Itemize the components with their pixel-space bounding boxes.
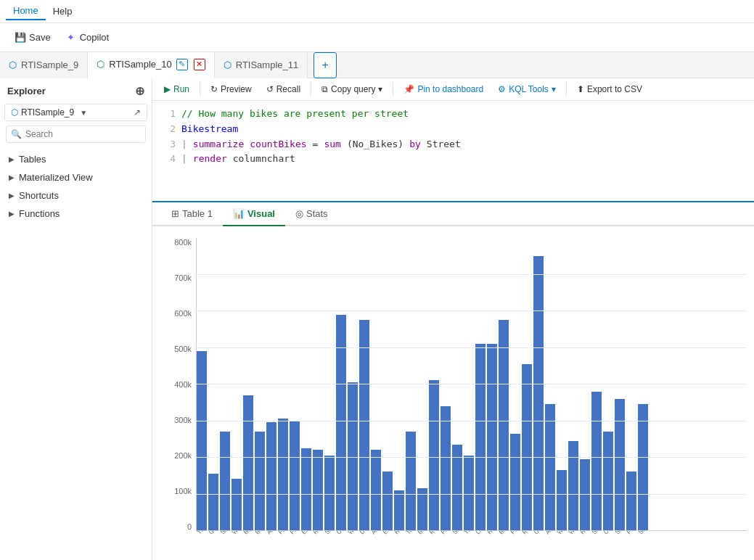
result-tab-visual[interactable]: 📊 Visual bbox=[223, 202, 285, 226]
bar[interactable] bbox=[278, 419, 288, 530]
sidebar-item-functions[interactable]: ▶ Functions bbox=[0, 205, 152, 223]
table-icon: ⊞ bbox=[171, 208, 179, 219]
x-axis-label: Grosvenor Crescent bbox=[208, 531, 219, 535]
x-axis-label: Peterborough Road bbox=[626, 531, 637, 535]
tab-rtisample10[interactable]: ⬡ RTISample_10 ✎ ✕ bbox=[88, 52, 214, 78]
bar[interactable] bbox=[487, 344, 497, 530]
bar[interactable] bbox=[545, 404, 555, 530]
bar[interactable] bbox=[475, 344, 485, 530]
bar[interactable] bbox=[417, 488, 427, 530]
run-button[interactable]: ▶ Run bbox=[158, 81, 195, 97]
bar[interactable] bbox=[208, 474, 218, 530]
bar[interactable] bbox=[638, 404, 648, 530]
bar[interactable] bbox=[324, 456, 335, 530]
kql-tools-button[interactable]: ⚙ KQL Tools ▾ bbox=[492, 81, 562, 97]
bar[interactable] bbox=[626, 472, 636, 530]
pin-dashboard-button[interactable]: 📌 Pin to dashboard bbox=[398, 81, 489, 97]
code-editor[interactable]: 1 // How many bikes are present per stre… bbox=[152, 101, 754, 202]
x-axis-label: Thorndike C... bbox=[196, 531, 208, 535]
save-icon: 💾 bbox=[15, 32, 26, 44]
bar[interactable] bbox=[382, 472, 393, 530]
search-icon: 🔍 bbox=[11, 129, 22, 139]
bar[interactable] bbox=[591, 392, 602, 530]
sidebar: Explorer ⊕ ⬡ RTISample_9 ▼ ↗ 🔍 ▶ Tables … bbox=[0, 78, 152, 560]
bar[interactable] bbox=[290, 421, 300, 530]
code-line-1: 1 // How many bikes are present per stre… bbox=[161, 107, 745, 122]
result-tab-table[interactable]: ⊞ Table 1 bbox=[161, 202, 223, 226]
bar[interactable] bbox=[499, 320, 509, 530]
tab-db-icon: ⬡ bbox=[9, 59, 17, 70]
bar[interactable] bbox=[313, 450, 323, 530]
bar[interactable] bbox=[243, 395, 253, 530]
expand-icon3: ▶ bbox=[9, 192, 15, 199]
bar[interactable] bbox=[220, 432, 230, 530]
sidebar-header: Explorer ⊕ bbox=[0, 78, 152, 104]
bar[interactable] bbox=[429, 380, 439, 530]
bar[interactable] bbox=[615, 399, 625, 530]
bar[interactable] bbox=[522, 364, 532, 530]
bar[interactable] bbox=[348, 382, 358, 530]
bar[interactable] bbox=[464, 456, 474, 530]
bar[interactable] bbox=[533, 256, 544, 530]
bar[interactable] bbox=[255, 432, 265, 530]
recall-button[interactable]: ↺ Recall bbox=[261, 81, 306, 97]
sidebar-item-materialized-view[interactable]: ▶ Materialized View bbox=[0, 168, 152, 186]
x-axis-label: Danvers Street bbox=[358, 531, 370, 535]
external-link-icon[interactable]: ↗ bbox=[134, 107, 141, 118]
bar[interactable] bbox=[568, 441, 578, 530]
bar[interactable] bbox=[557, 470, 567, 530]
bar[interactable] bbox=[301, 448, 311, 530]
grid-line bbox=[196, 274, 747, 275]
bar[interactable] bbox=[440, 406, 451, 530]
search-input[interactable] bbox=[6, 125, 146, 143]
copy-query-button[interactable]: ⧉ Copy query ▾ bbox=[316, 81, 388, 97]
bar[interactable] bbox=[580, 459, 590, 530]
add-tab-button[interactable]: + bbox=[314, 52, 337, 78]
save-button[interactable]: 💾 Save bbox=[9, 29, 57, 46]
grid-line bbox=[196, 421, 747, 421]
sidebar-item-shortcuts[interactable]: ▶ Shortcuts bbox=[0, 186, 152, 205]
preview-button[interactable]: ↻ Preview bbox=[205, 81, 258, 97]
recall-icon: ↺ bbox=[266, 84, 274, 94]
expand-icon: ▶ bbox=[9, 155, 15, 163]
y-axis-label: 200k bbox=[174, 451, 192, 460]
bar[interactable] bbox=[371, 450, 381, 530]
bar[interactable] bbox=[406, 432, 416, 530]
tab-db-icon3: ⬡ bbox=[224, 59, 231, 70]
x-axis-label: Charles Street bbox=[602, 531, 614, 535]
x-axis-label: Bourne Road bbox=[417, 531, 428, 535]
x-axis-label: Eccleston Place bbox=[382, 531, 393, 535]
grid-line bbox=[196, 310, 747, 311]
sidebar-add-icon[interactable]: ⊕ bbox=[135, 84, 144, 98]
y-axis: 800k700k600k500k400k300k200k100k0 bbox=[160, 238, 196, 531]
x-axis-label: Limeston Street bbox=[475, 531, 486, 535]
tab-rtisample11[interactable]: ⬡ RTISample_11 bbox=[215, 52, 308, 78]
menu-help[interactable]: Help bbox=[46, 3, 80, 20]
result-tab-stats[interactable]: ◎ Stats bbox=[285, 202, 338, 226]
tab-edit-button[interactable]: ✎ bbox=[176, 59, 188, 70]
sidebar-item-tables[interactable]: ▶ Tables bbox=[0, 150, 152, 168]
x-axis-label: Blythe Road bbox=[242, 531, 254, 535]
tab-rtisample9[interactable]: ⬡ RTISample_9 bbox=[0, 52, 88, 78]
shortcuts-label: Shortcuts bbox=[19, 190, 59, 201]
copilot-button[interactable]: ✦ Copilot bbox=[60, 29, 115, 46]
x-axis-label: Antill Road bbox=[544, 531, 556, 535]
results-area: ⊞ Table 1 📊 Visual ◎ Stats 800k700k600k5… bbox=[152, 202, 754, 560]
menu-home[interactable]: Home bbox=[6, 2, 46, 20]
bar[interactable] bbox=[197, 351, 207, 530]
bar[interactable] bbox=[603, 432, 613, 530]
x-axis-label: Union Grove bbox=[533, 531, 544, 535]
bar[interactable] bbox=[359, 320, 369, 530]
tab-close-button[interactable]: ✕ bbox=[194, 59, 205, 70]
sidebar-db-selector[interactable]: ⬡ RTISample_9 ▼ ↗ bbox=[4, 104, 147, 121]
bar[interactable] bbox=[266, 422, 276, 530]
export-icon: ⬆ bbox=[577, 84, 584, 94]
bar[interactable] bbox=[394, 490, 404, 530]
tabs-bar: ⬡ RTISample_9 ⬡ RTISample_10 ✎ ✕ ⬡ RTISa… bbox=[0, 52, 754, 78]
export-csv-button[interactable]: ⬆ Export to CSV bbox=[571, 81, 648, 97]
x-axis-label: Allington Station bbox=[370, 531, 382, 535]
bar[interactable] bbox=[510, 434, 520, 530]
bar[interactable] bbox=[231, 479, 242, 530]
chart-container: 800k700k600k500k400k300k200k100k0 Thornd… bbox=[160, 238, 747, 560]
x-axis-label: Howland Street bbox=[486, 531, 498, 535]
